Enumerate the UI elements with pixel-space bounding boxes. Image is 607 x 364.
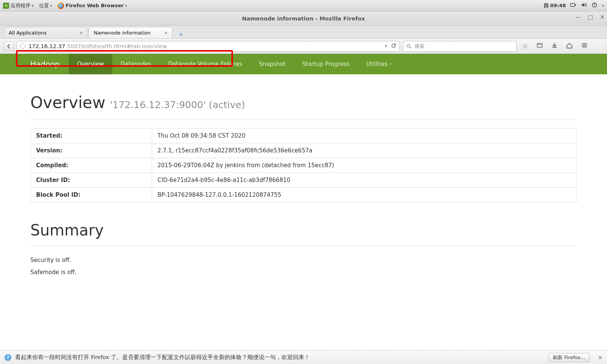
places-label: 位置	[39, 2, 49, 9]
hadoop-brand[interactable]: Hadoop	[27, 60, 69, 69]
url-host: 172.16.12.37	[28, 43, 65, 49]
hadoop-navbar: Hadoop Overview Datanodes Datanode Volum…	[0, 54, 607, 74]
applications-label: 应用程序	[11, 2, 30, 9]
close-notification-button[interactable]: ✕	[598, 355, 602, 361]
table-row: Started:Thu Oct 08 09:34:58 CST 2020	[31, 129, 577, 143]
svg-rect-1	[575, 4, 576, 6]
table-row: Block Pool ID:BP-1047629848-127.0.0.1-16…	[31, 188, 577, 202]
chevron-down-icon: ▾	[125, 4, 127, 8]
applications-menu[interactable]: 应用程序 ▾	[3, 2, 34, 9]
url-path: :50070/dfshealth.html#tab-overview	[65, 43, 167, 49]
row-key: Started:	[31, 129, 152, 143]
maximize-button[interactable]: □	[588, 14, 593, 20]
row-value: 2015-06-29T06:04Z by jenkins from (detac…	[152, 158, 577, 173]
svg-point-4	[407, 44, 410, 47]
nav-datanodes[interactable]: Datanodes	[112, 54, 160, 74]
chevron-down-icon: ▾	[390, 62, 392, 66]
row-key: Compiled:	[31, 158, 152, 173]
row-key: Cluster ID:	[31, 173, 152, 188]
overview-title: Overview	[30, 93, 105, 112]
back-button[interactable]	[4, 41, 14, 51]
firefox-app-label: Firefox Web Browser	[66, 3, 124, 8]
row-value: Thu Oct 08 09:34:58 CST 2020	[152, 129, 577, 143]
navigation-toolbar: 172.16.12.37:50070/dfshealth.html#tab-ov…	[0, 39, 607, 54]
notification-bar: ? 看起来你有一段时间没有打开 Firefox 了。是否要清理一下配置文件以获得…	[0, 350, 607, 364]
power-icon[interactable]	[591, 2, 598, 9]
new-tab-button[interactable]: ＋	[176, 30, 186, 38]
battery-icon[interactable]	[570, 2, 576, 9]
nav-snapshot[interactable]: Snapshot	[251, 54, 294, 74]
firefox-icon	[57, 2, 64, 9]
svg-rect-0	[571, 3, 575, 6]
hadoop-content: Overview '172.16.12.37:9000' (active) St…	[0, 74, 607, 276]
page-viewport: Hadoop Overview Datanodes Datanode Volum…	[0, 54, 607, 364]
chevron-down-icon: ▾	[32, 4, 34, 8]
search-icon	[406, 44, 412, 49]
row-value: CID-6e71d2a4-b95c-4e86-a11c-ab3df7866810	[152, 173, 577, 188]
search-placeholder: 搜索	[415, 43, 425, 50]
chevron-down-icon[interactable]: ▾	[602, 4, 604, 8]
refresh-firefox-button[interactable]: 刷新 Firefox…	[549, 353, 590, 362]
close-button[interactable]: ✕	[600, 14, 605, 20]
nav-overview[interactable]: Overview	[69, 54, 112, 74]
nav-utilities[interactable]: Utilities ▾	[358, 54, 400, 74]
tab-namenode-info[interactable]: Namenode information ×	[89, 27, 172, 38]
overview-heading: Overview '172.16.12.37:9000' (active)	[30, 93, 577, 120]
dropdown-icon[interactable]: ▾	[385, 44, 387, 49]
arrow-left-icon	[6, 44, 11, 49]
gnome-top-panel: 应用程序 ▾ 位置 ▾ Firefox Web Browser ▾ 四 09:4…	[0, 0, 607, 11]
firefox-app-menu[interactable]: Firefox Web Browser ▾	[57, 2, 127, 9]
nav-startup-progress[interactable]: Startup Progress	[294, 54, 358, 74]
places-menu[interactable]: 位置 ▾	[39, 2, 52, 9]
summary-line: Safemode is off.	[30, 269, 577, 276]
firefox-window: Namenode information - Mozilla Firefox —…	[0, 11, 607, 364]
tab-label: Namenode information	[94, 30, 151, 36]
svg-rect-6	[537, 43, 542, 47]
close-icon[interactable]: ×	[164, 30, 168, 36]
search-box[interactable]: 搜索	[403, 41, 517, 52]
overview-subtitle: '172.16.12.37:9000' (active)	[110, 99, 245, 110]
close-icon[interactable]: ×	[79, 30, 83, 36]
menu-button[interactable]	[581, 42, 588, 50]
table-row: Version:2.7.1, r15ecc87ccf4a0228f35af08f…	[31, 143, 577, 158]
url-bar[interactable]: 172.16.12.37:50070/dfshealth.html#tab-ov…	[17, 41, 400, 52]
table-row: Compiled:2015-06-29T06:04Z by jenkins fr…	[31, 158, 577, 173]
summary-line: Security is off.	[30, 257, 577, 264]
overview-table: Started:Thu Oct 08 09:34:58 CST 2020 Ver…	[30, 128, 577, 202]
row-key: Version:	[31, 143, 152, 158]
library-button[interactable]	[536, 42, 543, 50]
window-title: Namenode information - Mozilla Firefox	[242, 16, 365, 22]
svg-line-5	[410, 47, 411, 48]
home-button[interactable]	[566, 42, 573, 50]
notification-text: 看起来你有一段时间没有打开 Firefox 了。是否要清理一下配置文件以获得近乎…	[15, 354, 310, 361]
tab-all-applications[interactable]: All Applications ×	[4, 27, 87, 38]
table-row: Cluster ID:CID-6e71d2a4-b95c-4e86-a11c-a…	[31, 173, 577, 188]
globe-icon	[20, 44, 25, 49]
row-value: 2.7.1, r15ecc87ccf4a0228f35af08fc56de536…	[152, 143, 577, 158]
volume-icon[interactable]	[581, 2, 587, 9]
nav-datanode-volume-failures[interactable]: Datanode Volume Failures	[160, 54, 251, 74]
row-value: BP-1047629848-127.0.0.1-1602120874755	[152, 188, 577, 202]
gnome-foot-icon	[3, 3, 9, 9]
summary-heading: Summary	[30, 221, 577, 246]
tab-label: All Applications	[9, 30, 47, 36]
bookmark-star-button[interactable]: ☆	[522, 42, 528, 50]
window-titlebar: Namenode information - Mozilla Firefox —…	[0, 11, 607, 26]
browser-tabstrip: All Applications × Namenode information …	[0, 26, 607, 39]
reload-button[interactable]	[391, 43, 396, 50]
info-icon: ?	[5, 354, 11, 361]
row-key: Block Pool ID:	[31, 188, 152, 202]
downloads-button[interactable]	[551, 42, 558, 50]
chevron-down-icon: ▾	[50, 4, 52, 8]
minimize-button[interactable]: —	[575, 14, 581, 20]
clock[interactable]: 四 09:48	[544, 2, 566, 9]
